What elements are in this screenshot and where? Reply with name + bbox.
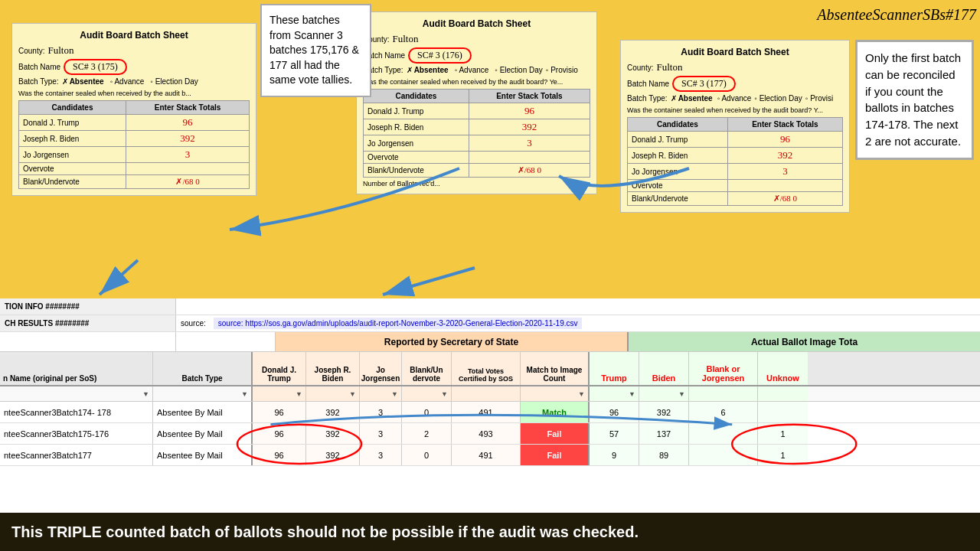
- cell-atrump-r3: 9: [590, 445, 639, 465]
- candidate-trump-1: Donald J. Trump: [19, 115, 126, 131]
- cell-ablank-r2: [689, 423, 758, 444]
- text-overlay-left: These batches from Scanner 3 batches 175…: [260, 4, 371, 97]
- top-section: Audit Board Batch Sheet County: Fulton B…: [0, 0, 980, 298]
- cell-type-r3: Absentee By Mail: [153, 445, 253, 465]
- cell-name-r1: nteeScanner3Batch174- 178: [0, 402, 153, 422]
- col-ablank-header: Blank or Jorgensen: [689, 352, 758, 385]
- candidate-over-3: Overvote: [628, 180, 728, 192]
- cell-jo-r3: 3: [360, 445, 402, 465]
- cell-total-r1: 491: [452, 402, 521, 422]
- cell-ablank-r3: [689, 445, 758, 465]
- batch-name-label-1: Batch Name: [18, 63, 60, 71]
- cell-match-r3: Fail: [521, 445, 590, 465]
- col-jo-header: Jo Jorgensen: [360, 352, 402, 385]
- county-value-3: Fulton: [656, 61, 682, 73]
- actual-group-header: Actual Ballot Image Tota: [629, 332, 980, 351]
- candidate-jo-2: Jo Jorgensen: [364, 135, 469, 152]
- svg-line-2: [383, 268, 475, 295]
- cell-type-r1: Absentee By Mail: [153, 402, 253, 422]
- cell-biden-r2: 392: [306, 423, 360, 444]
- cell-biden-r1: 392: [306, 402, 360, 422]
- source-label: source:: [176, 318, 211, 329]
- candidate-biden-2: Joseph R. Biden: [364, 119, 469, 135]
- cell-type-r2: Absentee By Mail: [153, 423, 253, 444]
- candidate-biden-3: Joseph R. Biden: [628, 148, 728, 164]
- candidate-jo-1: Jo Jorgensen: [19, 147, 126, 163]
- cell-aunk-r3: 1: [758, 445, 808, 465]
- batch-name-label-3: Batch Name: [627, 80, 669, 88]
- bottom-bar: This TRIPLE counted batch of ballots sho…: [0, 513, 980, 551]
- batch-card-2: Audit Board Batch Sheet County: Fulton B…: [356, 11, 597, 194]
- col-biden-header: Joseph R. Biden: [306, 352, 360, 385]
- county-value-2: Fulton: [392, 33, 418, 45]
- reported-group-header: Reported by Secretary of State: [276, 332, 629, 351]
- candidate-blank-2: Blank/Undervote: [364, 164, 469, 178]
- group-header-row: Reported by Secretary of State Actual Ba…: [0, 332, 980, 352]
- cell-blank-r2: 2: [402, 423, 452, 444]
- cell-trump-r2: 96: [253, 423, 306, 444]
- cell-biden-r3: 392: [306, 445, 360, 465]
- candidate-over-2: Overvote: [364, 152, 469, 164]
- cell-abiden-r2: 137: [639, 423, 689, 444]
- col-name-header: n Name (original per SoS): [0, 352, 153, 385]
- column-header-row: n Name (original per SoS) Batch Type Don…: [0, 352, 980, 386]
- cell-atrump-r2: 57: [590, 423, 639, 444]
- col-trump-header: Donald J. Trump: [253, 352, 306, 385]
- col-abiden-header: Biden: [639, 352, 689, 385]
- candidate-blank-3: Blank/Undervote: [628, 192, 728, 206]
- county-label-3: County:: [627, 64, 653, 72]
- cell-blank-r1: 0: [402, 402, 452, 422]
- batch-name-value-2: SC# 3 (176): [408, 47, 472, 64]
- cell-trump-r1: 96: [253, 402, 306, 422]
- table-row: nteeScanner3Batch177 Absentee By Mail 96…: [0, 445, 980, 466]
- batch-title-3: Audit Board Batch Sheet: [627, 47, 843, 57]
- info-label-2: CH RESULTS ########: [0, 315, 176, 331]
- col-blank-header: Blank/Un dervote: [402, 352, 452, 385]
- bottom-bar-text: This TRIPLE counted batch of ballots sho…: [11, 523, 639, 541]
- info-label-1: TION INFO ########: [0, 298, 176, 315]
- cell-name-r3: nteeScanner3Batch177: [0, 445, 153, 465]
- candidate-trump-2: Donald J. Trump: [364, 103, 469, 119]
- col-match-header: Match to Image Count: [521, 352, 590, 385]
- cell-abiden-r1: 392: [639, 402, 689, 422]
- candidate-trump-3: Donald J. Trump: [628, 132, 728, 148]
- batch-name-value-3: SC# 3 (177): [672, 76, 736, 92]
- cell-name-r2: nteeScanner3Batch175-176: [0, 423, 153, 444]
- batch-type-absentee-3: Absentee: [678, 94, 713, 103]
- county-value-1: Fulton: [47, 44, 74, 57]
- candidate-biden-1: Joseph R. Biden: [19, 131, 126, 147]
- info-value-1: [176, 305, 185, 308]
- batch-card-1: Audit Board Batch Sheet County: Fulton B…: [11, 23, 256, 196]
- batch-title-2: Audit Board Batch Sheet: [363, 18, 590, 29]
- cell-atrump-r1: 96: [590, 402, 639, 422]
- batch-type-absentee-2: Absentee: [414, 66, 449, 74]
- cell-aunk-r1: [758, 402, 808, 422]
- batch-name-value-1: SC# 3 (175): [64, 59, 127, 75]
- batch-card-3: Audit Board Batch Sheet County: Fulton B…: [620, 40, 850, 213]
- cell-jo-r2: 3: [360, 423, 402, 444]
- county-label-1: County:: [18, 47, 44, 55]
- cell-jo-r1: 3: [360, 402, 402, 422]
- info-row-1: TION INFO ########: [0, 298, 980, 315]
- col-aunk-header: Unknow: [758, 352, 808, 385]
- col-type-header: Batch Type: [153, 352, 253, 385]
- col-atrump-header: Trump: [590, 352, 639, 385]
- svg-line-1: [100, 260, 138, 295]
- info-row-2: CH RESULTS ######## source: source: http…: [0, 315, 980, 332]
- cell-match-r1: Match: [521, 402, 590, 422]
- data-rows: nteeScanner3Batch174- 178 Absentee By Ma…: [0, 402, 980, 466]
- scanner-title: AbsenteeScannerSBs#177: [817, 6, 976, 24]
- cell-total-r2: 493: [452, 423, 521, 444]
- batch-type-label-1: Batch Type:: [18, 77, 59, 86]
- cell-blank-r3: 0: [402, 445, 452, 465]
- filter-row: ▼ ▼ ▼ ▼ ▼ ▼ ▼ ▼ ▼: [0, 386, 980, 402]
- table-row: nteeScanner3Batch175-176 Absentee By Mai…: [0, 423, 980, 445]
- source-url: source: https://sos.ga.gov/admin/uploads…: [214, 318, 583, 329]
- candidate-jo-3: Jo Jorgensen: [628, 164, 728, 180]
- cell-trump-r3: 96: [253, 445, 306, 465]
- cell-ablank-r1: 6: [689, 402, 758, 422]
- batch-type-label-3: Batch Type:: [627, 94, 668, 103]
- cell-abiden-r3: 89: [639, 445, 689, 465]
- table-row: nteeScanner3Batch174- 178 Absentee By Ma…: [0, 402, 980, 423]
- cell-aunk-r2: 1: [758, 423, 808, 444]
